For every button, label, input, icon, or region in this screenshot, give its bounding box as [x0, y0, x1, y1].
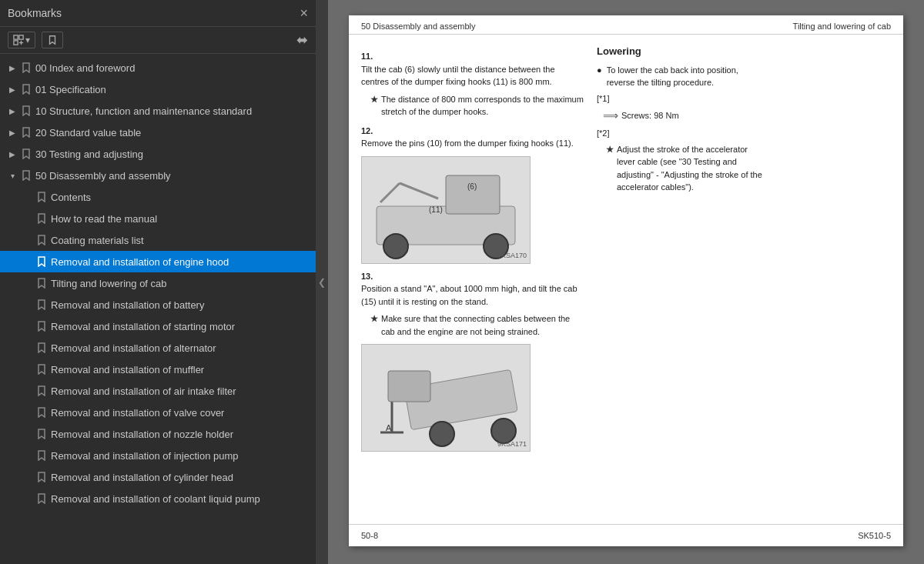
- svg-line-8: [380, 183, 400, 202]
- collapse-handle[interactable]: ❮: [316, 0, 328, 564]
- expand-arrow-test: ▶: [6, 150, 18, 159]
- sidebar-item-label-coolant: Removal and installation of coolant liqu…: [51, 493, 310, 505]
- bookmark-icon-coating: [35, 235, 48, 245]
- bookmark-icon-coolant: [35, 493, 48, 504]
- sidebar-item-nozzle[interactable]: Removal and installation of nozzle holde…: [0, 423, 316, 445]
- lowering-title: Lowering: [597, 44, 766, 59]
- sidebar-item-cylinder[interactable]: Removal and installation of cylinder hea…: [0, 466, 316, 488]
- sidebar-item-dis[interactable]: ▾50 Disassembly and assembly: [0, 165, 316, 186]
- sidebar-item-struct[interactable]: ▶10 Structure, function and maintenance …: [0, 100, 316, 122]
- sidebar-item-label-airintake: Removal and installation of air intake f…: [51, 385, 310, 397]
- expand-all-button[interactable]: ▾: [8, 32, 35, 48]
- sidebar-tree: ▶00 Index and foreword▶01 Specification▶…: [0, 54, 316, 564]
- sidebar-item-contents[interactable]: Contents: [0, 186, 316, 208]
- sidebar-item-label-injection: Removal and installation of injection pu…: [51, 450, 310, 462]
- screws-line: ⟹ Screws: 98 Nm: [603, 108, 766, 124]
- sidebar-item-label-test: 30 Testing and adjusting: [35, 149, 310, 160]
- svg-line-7: [400, 183, 438, 199]
- svg-text:(11): (11): [429, 205, 443, 214]
- step11-note: ★ The distance of 800 mm corresponds to …: [370, 93, 584, 118]
- sidebar-item-howto[interactable]: How to read the manual: [0, 208, 316, 229]
- sidebar-item-label-howto: How to read the manual: [51, 213, 310, 225]
- sidebar-item-label-dis: 50 Disassembly and assembly: [35, 170, 310, 182]
- diagram2: A 9KSA171: [361, 344, 531, 452]
- sidebar-item-startmotor[interactable]: Removal and installation of starting mot…: [0, 315, 316, 337]
- sidebar-item-label-alternator: Removal and installation of alternator: [51, 342, 310, 354]
- bookmark-icon-injection: [35, 450, 48, 461]
- sidebar-item-label-valvecover: Removal and installation of valve cover: [51, 407, 310, 419]
- bookmark-icon-battery: [35, 299, 48, 310]
- sidebar-item-label-struct: 10 Structure, function and maintenance s…: [35, 105, 310, 117]
- sidebar-item-label-startmotor: Removal and installation of starting mot…: [51, 321, 310, 332]
- sidebar-item-spec[interactable]: ▶01 Specification: [0, 78, 316, 100]
- svg-rect-1: [19, 35, 23, 39]
- diagram2-label: 9KSA171: [497, 439, 527, 450]
- page-body: 11. Tilt the cab (6) slowly until the di…: [349, 35, 903, 467]
- page-header-right: Tilting and lowering of cab: [793, 22, 891, 31]
- svg-rect-0: [14, 35, 18, 39]
- step11-text: Tilt the cab (6) slowly until the distan…: [361, 63, 584, 88]
- sidebar-item-std[interactable]: ▶20 Standard value table: [0, 122, 316, 143]
- svg-rect-6: [446, 175, 500, 214]
- sidebar-toolbar: ▾ ⬌: [0, 27, 316, 54]
- sidebar-item-test[interactable]: ▶30 Testing and adjusting: [0, 143, 316, 165]
- expand-arrow-dis: ▾: [6, 172, 18, 180]
- sidebar-item-label-std: 20 Standard value table: [35, 127, 310, 138]
- bookmark-icon-startmotor: [35, 321, 48, 332]
- sidebar-item-coating[interactable]: Coating materials list: [0, 229, 316, 251]
- bookmark-icon-dis: [20, 170, 32, 181]
- sidebar-item-cab[interactable]: Tilting and lowering of cab: [0, 272, 316, 294]
- sidebar-item-label-spec: 01 Specification: [35, 84, 310, 95]
- sidebar-item-valvecover[interactable]: Removal and installation of valve cover: [0, 402, 316, 423]
- bookmark-icon-struct: [20, 105, 32, 116]
- sidebar-item-battery[interactable]: Removal and installation of battery: [0, 294, 316, 315]
- bookmark-icon-airintake: [35, 385, 48, 396]
- sidebar-item-enghood[interactable]: Removal and installation of engine hood: [0, 251, 316, 272]
- step12-num: 12.: [361, 125, 584, 138]
- bookmark-icon-spec: [20, 84, 32, 95]
- sidebar-item-idx[interactable]: ▶00 Index and foreword: [0, 57, 316, 78]
- bookmark-icon-nozzle: [35, 429, 48, 439]
- machine-diagram2-svg: A: [369, 348, 523, 448]
- svg-rect-2: [14, 41, 18, 45]
- sidebar-item-label-cab: Tilting and lowering of cab: [51, 278, 310, 289]
- bookmark-icon-enghood: [35, 256, 48, 267]
- main-content: 50 Disassembly and assembly Tilting and …: [328, 0, 924, 564]
- star-icon3: ★: [606, 143, 614, 194]
- sidebar-item-alternator[interactable]: Removal and installation of alternator: [0, 337, 316, 359]
- machine-diagram1-svg: (6) (11): [369, 160, 523, 260]
- sidebar-item-muffler[interactable]: Removal and installation of muffler: [0, 359, 316, 380]
- bookmark-icon-howto: [35, 213, 48, 224]
- page-container: 50 Disassembly and assembly Tilting and …: [349, 15, 903, 546]
- lowering-bullet-text: To lower the cab back into position, rev…: [607, 64, 766, 89]
- sidebar-title: Bookmarks: [8, 7, 62, 19]
- sidebar-close-button[interactable]: ×: [300, 6, 308, 20]
- step13-note-text: Make sure that the connecting cables bet…: [381, 312, 584, 338]
- ref2-note-text: Adjust the stroke of the accelerator lev…: [617, 143, 766, 194]
- left-column: 11. Tilt the cab (6) slowly until the di…: [361, 44, 584, 458]
- bullet-dot: ●: [597, 64, 602, 89]
- right-column: Lowering ● To lower the cab back into po…: [597, 44, 766, 458]
- page-footer-right: SK510-5: [858, 531, 891, 540]
- expand-arrow-struct: ▶: [6, 107, 18, 115]
- page-header: 50 Disassembly and assembly Tilting and …: [349, 15, 903, 35]
- diagram1: (6) (11) 9KSA170: [361, 156, 531, 264]
- sidebar-item-label-contents: Contents: [51, 192, 310, 203]
- screw-icon: ⟹: [603, 108, 618, 124]
- sidebar-item-coolant[interactable]: Removal and installation of coolant liqu…: [0, 488, 316, 509]
- sidebar-header: Bookmarks ×: [0, 0, 316, 27]
- ref1: [*1]: [597, 92, 766, 105]
- sidebar-item-injection[interactable]: Removal and installation of injection pu…: [0, 445, 316, 466]
- sidebar-item-airintake[interactable]: Removal and installation of air intake f…: [0, 380, 316, 402]
- sidebar-item-label-cylinder: Removal and installation of cylinder hea…: [51, 472, 310, 483]
- sidebar-item-label-coating: Coating materials list: [51, 235, 310, 246]
- step13-num: 13.: [361, 270, 584, 283]
- step11-num: 11.: [361, 50, 584, 63]
- expand-dropdown-arrow: ▾: [25, 35, 30, 45]
- ref2: [*2]: [597, 127, 766, 140]
- page-footer: 50-8 SK510-5: [349, 524, 903, 546]
- expand-arrow-spec: ▶: [6, 85, 18, 94]
- bookmark-icon-std: [20, 127, 32, 138]
- lowering-bullet: ● To lower the cab back into position, r…: [597, 64, 766, 89]
- bookmark-button[interactable]: [42, 32, 63, 48]
